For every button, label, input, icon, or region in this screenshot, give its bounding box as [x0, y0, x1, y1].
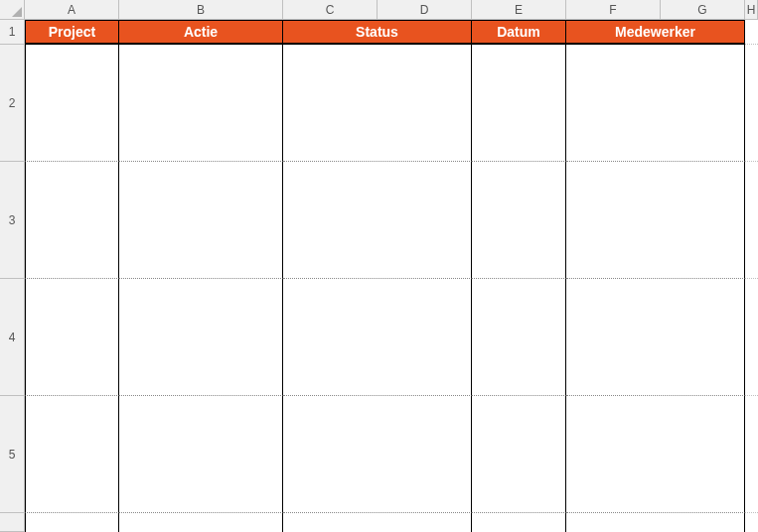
cell-h5[interactable]: [745, 396, 758, 513]
row-header-2[interactable]: 2: [0, 45, 25, 162]
column-header-e[interactable]: E: [472, 0, 566, 20]
table-header-status[interactable]: Status: [283, 20, 472, 45]
cell-r6-g3[interactable]: [472, 513, 566, 532]
cell-r3-g2[interactable]: [283, 162, 472, 279]
cell-r6-g2[interactable]: [283, 513, 472, 532]
cell-r4-g1[interactable]: [119, 279, 283, 396]
cell-r5-g4[interactable]: [566, 396, 745, 513]
cell-h4[interactable]: [745, 279, 758, 396]
column-header-h[interactable]: H: [745, 0, 758, 20]
grid: ProjectActieStatusDatumMedewerker: [25, 20, 758, 532]
column-header-b[interactable]: B: [119, 0, 283, 20]
cell-r5-g3[interactable]: [472, 396, 566, 513]
cell-r6-g0[interactable]: [25, 513, 119, 532]
cell-r4-g4[interactable]: [566, 279, 745, 396]
row-header-partial[interactable]: [0, 513, 25, 532]
row-header-1[interactable]: 1: [0, 20, 25, 45]
cell-r3-g1[interactable]: [119, 162, 283, 279]
column-header-a[interactable]: A: [25, 0, 119, 20]
row-header-4[interactable]: 4: [0, 279, 25, 396]
row-header-5[interactable]: 5: [0, 396, 25, 513]
cell-r5-g1[interactable]: [119, 396, 283, 513]
column-header-f[interactable]: F: [566, 0, 661, 20]
row-header-3[interactable]: 3: [0, 162, 25, 279]
cell-r6-g1[interactable]: [119, 513, 283, 532]
cell-r6-g4[interactable]: [566, 513, 745, 532]
cell-r4-g0[interactable]: [25, 279, 119, 396]
column-headers: ABCDEFGH: [25, 0, 758, 20]
spreadsheet: ABCDEFGH 12345 ProjectActieStatusDatumMe…: [0, 0, 758, 532]
column-header-d[interactable]: D: [378, 0, 472, 20]
cell-h3[interactable]: [745, 162, 758, 279]
cell-r3-g3[interactable]: [472, 162, 566, 279]
cell-r3-g0[interactable]: [25, 162, 119, 279]
table-header-project[interactable]: Project: [25, 20, 119, 45]
table-header-actie[interactable]: Actie: [119, 20, 283, 45]
column-header-g[interactable]: G: [661, 0, 745, 20]
table-header-medewerker[interactable]: Medewerker: [566, 20, 745, 45]
cell-r2-g2[interactable]: [283, 45, 472, 162]
cell-h1[interactable]: [745, 20, 758, 45]
cell-r5-g2[interactable]: [283, 396, 472, 513]
cell-r4-g2[interactable]: [283, 279, 472, 396]
column-header-c[interactable]: C: [283, 0, 378, 20]
select-all-corner[interactable]: [0, 0, 25, 20]
cell-r3-g4[interactable]: [566, 162, 745, 279]
table-header-datum[interactable]: Datum: [472, 20, 566, 45]
cell-h2[interactable]: [745, 45, 758, 162]
cell-r2-g3[interactable]: [472, 45, 566, 162]
cell-r2-g4[interactable]: [566, 45, 745, 162]
cell-r5-g0[interactable]: [25, 396, 119, 513]
row-headers: 12345: [0, 20, 25, 532]
cell-r2-g0[interactable]: [25, 45, 119, 162]
cell-h6[interactable]: [745, 513, 758, 532]
cell-r2-g1[interactable]: [119, 45, 283, 162]
cell-r4-g3[interactable]: [472, 279, 566, 396]
